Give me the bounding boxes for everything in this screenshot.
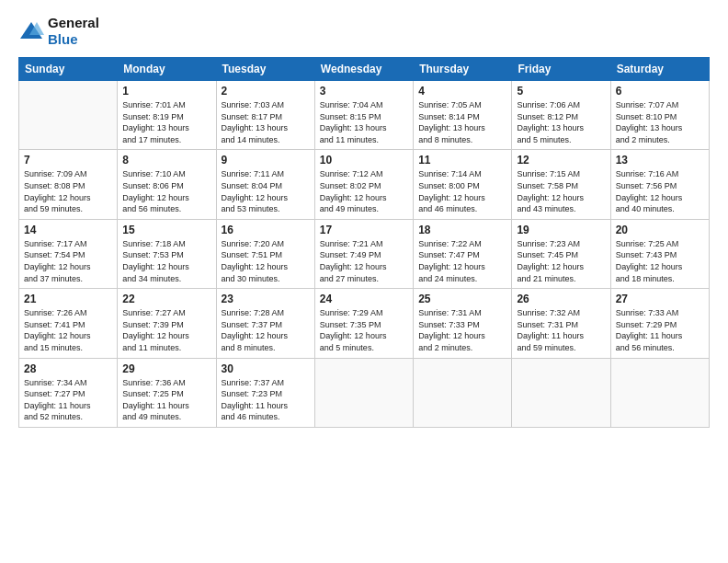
calendar-day-header: Tuesday bbox=[216, 58, 314, 81]
day-info: Sunrise: 7:05 AMSunset: 8:14 PMDaylight:… bbox=[418, 99, 506, 145]
calendar-day-header: Monday bbox=[118, 58, 216, 81]
day-number: 18 bbox=[418, 224, 506, 236]
day-number: 1 bbox=[122, 85, 210, 98]
day-number: 26 bbox=[517, 293, 605, 305]
calendar-cell: 20Sunrise: 7:25 AMSunset: 7:43 PMDayligh… bbox=[610, 219, 709, 288]
day-info: Sunrise: 7:31 AMSunset: 7:33 PMDaylight:… bbox=[418, 307, 506, 353]
calendar-cell: 10Sunrise: 7:12 AMSunset: 8:02 PMDayligh… bbox=[314, 150, 413, 219]
day-info: Sunrise: 7:15 AMSunset: 7:58 PMDaylight:… bbox=[517, 168, 605, 214]
day-number: 27 bbox=[616, 293, 704, 305]
calendar-cell: 9Sunrise: 7:11 AMSunset: 8:04 PMDaylight… bbox=[216, 150, 314, 219]
calendar-cell bbox=[19, 81, 118, 150]
calendar-week-row: 7Sunrise: 7:09 AMSunset: 8:08 PMDaylight… bbox=[19, 150, 710, 219]
calendar-day-header: Wednesday bbox=[314, 58, 413, 81]
day-info: Sunrise: 7:36 AMSunset: 7:25 PMDaylight:… bbox=[122, 377, 210, 423]
calendar-cell: 3Sunrise: 7:04 AMSunset: 8:15 PMDaylight… bbox=[314, 81, 413, 150]
day-number: 23 bbox=[222, 293, 310, 305]
day-info: Sunrise: 7:09 AMSunset: 8:08 PMDaylight:… bbox=[24, 168, 112, 214]
calendar-cell: 6Sunrise: 7:07 AMSunset: 8:10 PMDaylight… bbox=[610, 81, 709, 150]
calendar-cell: 21Sunrise: 7:26 AMSunset: 7:41 PMDayligh… bbox=[19, 289, 118, 358]
day-number: 21 bbox=[24, 293, 112, 305]
day-number: 17 bbox=[320, 224, 408, 236]
day-info: Sunrise: 7:10 AMSunset: 8:06 PMDaylight:… bbox=[122, 168, 210, 214]
day-info: Sunrise: 7:16 AMSunset: 7:56 PMDaylight:… bbox=[616, 168, 704, 214]
calendar-cell: 8Sunrise: 7:10 AMSunset: 8:06 PMDaylight… bbox=[118, 150, 216, 219]
calendar-cell: 4Sunrise: 7:05 AMSunset: 8:14 PMDaylight… bbox=[414, 81, 512, 150]
calendar-cell: 28Sunrise: 7:34 AMSunset: 7:27 PMDayligh… bbox=[19, 358, 118, 427]
day-number: 9 bbox=[222, 154, 310, 167]
calendar-week-row: 14Sunrise: 7:17 AMSunset: 7:54 PMDayligh… bbox=[19, 219, 710, 288]
day-info: Sunrise: 7:21 AMSunset: 7:49 PMDaylight:… bbox=[320, 238, 408, 284]
calendar-cell: 30Sunrise: 7:37 AMSunset: 7:23 PMDayligh… bbox=[216, 358, 314, 427]
calendar-week-row: 28Sunrise: 7:34 AMSunset: 7:27 PMDayligh… bbox=[19, 358, 710, 427]
day-info: Sunrise: 7:25 AMSunset: 7:43 PMDaylight:… bbox=[616, 238, 704, 284]
logo: General Blue bbox=[18, 15, 99, 48]
calendar-header-row: SundayMondayTuesdayWednesdayThursdayFrid… bbox=[19, 58, 710, 81]
day-info: Sunrise: 7:07 AMSunset: 8:10 PMDaylight:… bbox=[616, 99, 704, 145]
day-number: 24 bbox=[320, 293, 408, 305]
calendar-cell: 27Sunrise: 7:33 AMSunset: 7:29 PMDayligh… bbox=[610, 289, 709, 358]
day-number: 25 bbox=[418, 293, 506, 305]
calendar-cell: 22Sunrise: 7:27 AMSunset: 7:39 PMDayligh… bbox=[118, 289, 216, 358]
day-number: 29 bbox=[122, 362, 210, 375]
calendar-cell: 15Sunrise: 7:18 AMSunset: 7:53 PMDayligh… bbox=[118, 219, 216, 288]
calendar-cell: 16Sunrise: 7:20 AMSunset: 7:51 PMDayligh… bbox=[216, 219, 314, 288]
day-info: Sunrise: 7:01 AMSunset: 8:19 PMDaylight:… bbox=[122, 99, 210, 145]
day-info: Sunrise: 7:12 AMSunset: 8:02 PMDaylight:… bbox=[320, 168, 408, 214]
day-number: 19 bbox=[517, 224, 605, 236]
logo-icon bbox=[18, 20, 44, 42]
calendar-cell: 29Sunrise: 7:36 AMSunset: 7:25 PMDayligh… bbox=[118, 358, 216, 427]
day-info: Sunrise: 7:14 AMSunset: 8:00 PMDaylight:… bbox=[418, 168, 506, 214]
calendar-cell: 2Sunrise: 7:03 AMSunset: 8:17 PMDaylight… bbox=[216, 81, 314, 150]
calendar-day-header: Thursday bbox=[414, 58, 512, 81]
day-number: 3 bbox=[320, 85, 408, 98]
day-number: 8 bbox=[122, 154, 210, 167]
day-info: Sunrise: 7:20 AMSunset: 7:51 PMDaylight:… bbox=[222, 238, 310, 284]
calendar-day-header: Friday bbox=[512, 58, 610, 81]
day-number: 20 bbox=[616, 224, 704, 236]
calendar-cell: 26Sunrise: 7:32 AMSunset: 7:31 PMDayligh… bbox=[512, 289, 610, 358]
calendar-cell: 25Sunrise: 7:31 AMSunset: 7:33 PMDayligh… bbox=[414, 289, 512, 358]
day-info: Sunrise: 7:26 AMSunset: 7:41 PMDaylight:… bbox=[24, 307, 112, 353]
day-number: 30 bbox=[222, 362, 310, 375]
calendar-cell: 7Sunrise: 7:09 AMSunset: 8:08 PMDaylight… bbox=[19, 150, 118, 219]
day-info: Sunrise: 7:29 AMSunset: 7:35 PMDaylight:… bbox=[320, 307, 408, 353]
header: General Blue bbox=[18, 15, 710, 48]
day-number: 14 bbox=[24, 224, 112, 236]
day-info: Sunrise: 7:37 AMSunset: 7:23 PMDaylight:… bbox=[222, 377, 310, 423]
calendar-cell: 23Sunrise: 7:28 AMSunset: 7:37 PMDayligh… bbox=[216, 289, 314, 358]
calendar-week-row: 21Sunrise: 7:26 AMSunset: 7:41 PMDayligh… bbox=[19, 289, 710, 358]
day-number: 10 bbox=[320, 154, 408, 167]
day-info: Sunrise: 7:32 AMSunset: 7:31 PMDaylight:… bbox=[517, 307, 605, 353]
day-info: Sunrise: 7:06 AMSunset: 8:12 PMDaylight:… bbox=[517, 99, 605, 145]
calendar-cell bbox=[512, 358, 610, 427]
day-info: Sunrise: 7:17 AMSunset: 7:54 PMDaylight:… bbox=[24, 238, 112, 284]
calendar-week-row: 1Sunrise: 7:01 AMSunset: 8:19 PMDaylight… bbox=[19, 81, 710, 150]
day-number: 28 bbox=[24, 362, 112, 375]
calendar-cell: 14Sunrise: 7:17 AMSunset: 7:54 PMDayligh… bbox=[19, 219, 118, 288]
page: General Blue SundayMondayTuesdayWednesda… bbox=[0, 0, 728, 563]
calendar-table: SundayMondayTuesdayWednesdayThursdayFrid… bbox=[18, 57, 710, 428]
calendar-cell: 12Sunrise: 7:15 AMSunset: 7:58 PMDayligh… bbox=[512, 150, 610, 219]
day-number: 15 bbox=[122, 224, 210, 236]
day-number: 22 bbox=[122, 293, 210, 305]
day-info: Sunrise: 7:34 AMSunset: 7:27 PMDaylight:… bbox=[24, 377, 112, 423]
day-info: Sunrise: 7:03 AMSunset: 8:17 PMDaylight:… bbox=[222, 99, 310, 145]
day-info: Sunrise: 7:22 AMSunset: 7:47 PMDaylight:… bbox=[418, 238, 506, 284]
calendar-cell: 11Sunrise: 7:14 AMSunset: 8:00 PMDayligh… bbox=[414, 150, 512, 219]
calendar-cell: 19Sunrise: 7:23 AMSunset: 7:45 PMDayligh… bbox=[512, 219, 610, 288]
calendar-cell: 5Sunrise: 7:06 AMSunset: 8:12 PMDaylight… bbox=[512, 81, 610, 150]
calendar-cell: 1Sunrise: 7:01 AMSunset: 8:19 PMDaylight… bbox=[118, 81, 216, 150]
day-info: Sunrise: 7:28 AMSunset: 7:37 PMDaylight:… bbox=[222, 307, 310, 353]
calendar-cell bbox=[610, 358, 709, 427]
calendar-cell: 24Sunrise: 7:29 AMSunset: 7:35 PMDayligh… bbox=[314, 289, 413, 358]
day-number: 2 bbox=[222, 85, 310, 98]
day-number: 5 bbox=[517, 85, 605, 98]
calendar-cell bbox=[414, 358, 512, 427]
day-number: 4 bbox=[418, 85, 506, 98]
day-number: 16 bbox=[222, 224, 310, 236]
day-number: 6 bbox=[616, 85, 704, 98]
day-info: Sunrise: 7:23 AMSunset: 7:45 PMDaylight:… bbox=[517, 238, 605, 284]
calendar-day-header: Sunday bbox=[19, 58, 118, 81]
day-number: 11 bbox=[418, 154, 506, 167]
